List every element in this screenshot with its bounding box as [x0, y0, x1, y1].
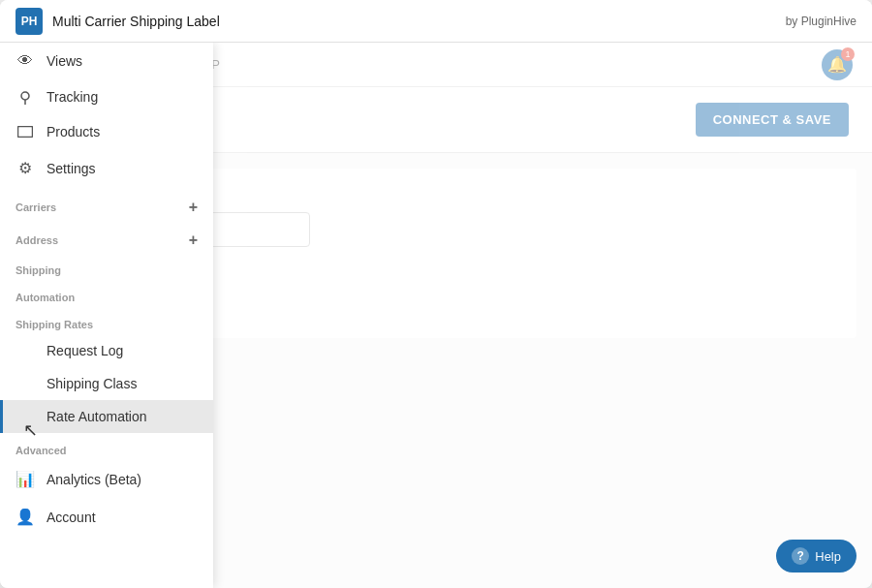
sidebar-item-views-label: Views [47, 53, 82, 69]
bell-badge: 1 [841, 47, 855, 61]
shipping-class-label: Shipping Class [47, 376, 137, 391]
advanced-label: Advanced [16, 445, 67, 456]
notification-bell[interactable]: 🔔 1 [822, 49, 853, 80]
sidebar: 👁 Views Tracking Products [0, 43, 213, 588]
shipping-rates-label: Shipping Rates [16, 319, 93, 330]
plugin-credit: by PluginHive [786, 15, 856, 28]
sidebar-item-products[interactable]: Products [0, 114, 213, 149]
sidebar-item-analytics[interactable]: 📊 Analytics (Beta) [0, 460, 213, 498]
account-icon: 👤 [16, 508, 35, 526]
content-area: MANIFEST TRACKING HELP 🔔 1 Account CONNE… [0, 43, 872, 588]
help-icon: ? [792, 547, 809, 565]
account-label: Account [47, 510, 96, 525]
analytics-label: Analytics (Beta) [47, 472, 141, 487]
analytics-icon: 📊 [16, 470, 35, 488]
tracking-icon [16, 89, 35, 105]
address-label: Address [16, 234, 58, 246]
carriers-add-icon[interactable]: + [189, 199, 198, 216]
shipping-label: Shipping [16, 264, 61, 276]
shipping-rates-section: Shipping Rates [0, 307, 213, 334]
sidebar-item-rate-automation[interactable]: Rate Automation ↖ [0, 400, 213, 433]
connect-save-button[interactable]: CONNECT & SAVE [696, 103, 849, 137]
sidebar-item-products-label: Products [47, 124, 100, 139]
app-logo: PH [16, 8, 43, 35]
sidebar-item-views[interactable]: 👁 Views [0, 43, 213, 79]
address-add-icon[interactable]: + [189, 232, 198, 249]
sidebar-item-settings[interactable]: ⚙ Settings [0, 149, 213, 187]
shipping-section: Shipping [0, 253, 213, 280]
title-bar-left: PH Multi Carrier Shipping Label [16, 8, 220, 35]
svg-point-0 [21, 92, 29, 100]
address-section: Address + [0, 220, 213, 253]
rate-automation-label: Rate Automation [47, 409, 147, 424]
svg-rect-2 [18, 127, 33, 138]
eye-icon: 👁 [16, 52, 35, 70]
help-label: Help [815, 549, 841, 564]
app-title: Multi Carrier Shipping Label [52, 14, 220, 29]
app-window: PH Multi Carrier Shipping Label by Plugi… [0, 0, 872, 588]
sidebar-item-settings-label: Settings [47, 161, 96, 176]
advanced-section: Advanced [0, 433, 213, 460]
sidebar-item-account[interactable]: 👤 Account [0, 498, 213, 536]
sidebar-item-tracking-label: Tracking [47, 89, 98, 105]
carriers-section: Carriers + [0, 187, 213, 220]
automation-section: Automation [0, 280, 213, 307]
automation-label: Automation [16, 292, 75, 303]
title-bar: PH Multi Carrier Shipping Label by Plugi… [0, 0, 872, 43]
sidebar-item-shipping-class[interactable]: Shipping Class [0, 367, 213, 400]
carriers-label: Carriers [16, 201, 56, 213]
request-log-label: Request Log [47, 343, 123, 358]
products-icon [16, 126, 35, 138]
sidebar-item-request-log[interactable]: Request Log [0, 334, 213, 367]
settings-icon: ⚙ [16, 159, 35, 177]
help-button[interactable]: ? Help [776, 540, 856, 573]
sidebar-item-tracking[interactable]: Tracking [0, 79, 213, 114]
